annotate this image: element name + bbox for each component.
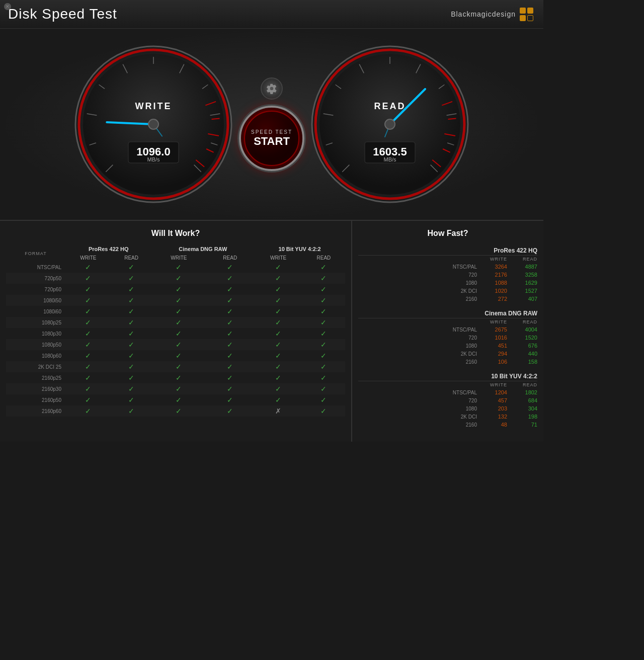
check-cell: ✓ [302, 273, 345, 284]
hf-write-value: 2176 [477, 272, 507, 278]
write-header-1: WRITE [65, 254, 111, 262]
check-cell: ✓ [65, 372, 111, 383]
how-fast-title: How Fast? [358, 229, 537, 238]
check-cell: ✓ [206, 262, 254, 273]
checkmark-icon: ✓ [227, 285, 233, 293]
hf-format-label: NTSC/PAL [358, 327, 477, 333]
checkmark-icon: ✓ [275, 307, 281, 315]
hf-write-value: 457 [477, 397, 507, 403]
hf-format-label: 2160 [358, 422, 477, 428]
hf-format-label: 1080 [358, 406, 477, 411]
format-cell: 1080i50 [6, 295, 65, 306]
check-cell: ✓ [206, 284, 254, 295]
format-cell: 720p60 [6, 284, 65, 295]
hf-data-row: NTSC/PAL32644887 [358, 263, 537, 271]
svg-point-21 [148, 119, 158, 129]
checkmark-icon: ✓ [320, 329, 327, 338]
checkmark-icon: ✓ [320, 352, 327, 360]
how-fast-panel: How Fast? ProRes 422 HQWRITEREADNTSC/PAL… [352, 221, 543, 442]
check-cell: ✓ [111, 372, 152, 383]
read-gauge: READ 1603.5 MB/s [309, 44, 470, 205]
check-cell: ✓ [206, 328, 254, 339]
checkmark-icon: ✓ [85, 352, 91, 360]
check-cell: ✓ [151, 317, 206, 328]
format-cell: NTSC/PAL [6, 262, 65, 273]
check-cell: ✓ [206, 339, 254, 350]
table-row: 1080i50✓✓✓✓✓✓ [6, 295, 345, 306]
hf-write-value: 3264 [477, 264, 507, 270]
check-cell: ✓ [65, 306, 111, 317]
speed-test-label: SPEED TEST [251, 129, 292, 135]
check-cell: ✓ [206, 295, 254, 306]
hf-data-row: 108010881629 [358, 279, 537, 287]
check-cell: ✓ [111, 262, 152, 273]
format-cell: 1080p50 [6, 339, 65, 350]
check-cell: ✓ [206, 273, 254, 284]
hf-write-value: 1204 [477, 389, 507, 395]
start-test-button[interactable]: SPEED TEST START [239, 106, 304, 171]
checkmark-icon: ✓ [128, 307, 134, 315]
hf-codec-title: 10 Bit YUV 4:2:2 [358, 371, 537, 381]
hf-read-value: 304 [507, 405, 537, 411]
hf-data-row: 72010161520 [358, 334, 537, 342]
hf-format-label: 2160 [358, 359, 477, 365]
check-cell: ✓ [111, 350, 152, 361]
check-cell: ✓ [111, 405, 152, 417]
checkmark-icon: ✓ [85, 341, 91, 349]
hf-col-header: WRITE [477, 382, 507, 387]
checkmark-icon: ✓ [85, 263, 91, 271]
hf-write-value: 203 [477, 405, 507, 411]
svg-line-15 [212, 118, 220, 119]
check-cell: ✓ [254, 350, 302, 361]
hf-read-value: 4004 [507, 326, 537, 333]
hf-data-row: 1080451676 [358, 342, 537, 350]
format-col-header: FORMAT [6, 245, 65, 262]
format-cell: 720p50 [6, 273, 65, 284]
check-cell: ✓ [151, 372, 206, 383]
check-cell: ✓ [65, 295, 111, 306]
checkmark-icon: ✓ [128, 352, 134, 360]
hf-write-value: 1016 [477, 335, 507, 341]
hf-read-value: 1802 [507, 389, 537, 395]
settings-button[interactable] [261, 77, 283, 100]
hf-write-value: 48 [477, 422, 507, 428]
hf-write-value: 272 [477, 296, 507, 302]
write-gauge: WRITE 1096.0 MB/s [73, 44, 234, 205]
checkmark-icon: ✓ [85, 285, 91, 293]
check-cell: ✓ [111, 295, 152, 306]
check-cell: ✓ [206, 350, 254, 361]
checkmark-icon: ✓ [320, 341, 327, 349]
hf-format-label: 2K DCI [358, 414, 477, 420]
hf-read-value: 407 [507, 296, 537, 302]
hf-read-value: 4887 [507, 264, 537, 270]
checkmark-icon: ✓ [128, 374, 134, 382]
hf-read-value: 198 [507, 414, 537, 420]
dot4 [527, 15, 533, 21]
checkmark-icon: ✓ [275, 274, 281, 282]
checkmark-icon: ✓ [128, 385, 134, 393]
checkmark-icon: ✓ [85, 329, 91, 338]
table-row: 2160p30✓✓✓✓✓✓ [6, 383, 345, 394]
table-row: 1080i60✓✓✓✓✓✓ [6, 306, 345, 317]
checkmark-icon: ✓ [128, 363, 134, 371]
check-cell: ✓ [151, 361, 206, 372]
check-cell: ✓ [302, 284, 345, 295]
check-cell: ✓ [151, 284, 206, 295]
checkmark-icon: ✓ [176, 307, 182, 315]
check-cell: ✓ [254, 339, 302, 350]
hf-data-row: 72021763258 [358, 271, 537, 279]
checkmark-icon: ✓ [227, 329, 233, 338]
check-cell: ✓ [111, 284, 152, 295]
hf-write-value: 132 [477, 414, 507, 420]
checkmark-icon: ✓ [176, 407, 182, 415]
check-cell: ✓ [206, 361, 254, 372]
hf-data-row: 2K DCI10201527 [358, 287, 537, 295]
hf-format-label: 2160 [358, 296, 477, 302]
read-header-1: READ [111, 254, 152, 262]
hf-codec-title: ProRes 422 HQ [358, 245, 537, 256]
checkmark-icon: ✓ [227, 274, 233, 282]
check-cell: ✓ [151, 295, 206, 306]
how-fast-content: ProRes 422 HQWRITEREADNTSC/PAL3264488772… [358, 245, 537, 429]
close-button[interactable]: ✕ [4, 3, 11, 10]
hf-format-label: 720 [358, 272, 477, 278]
